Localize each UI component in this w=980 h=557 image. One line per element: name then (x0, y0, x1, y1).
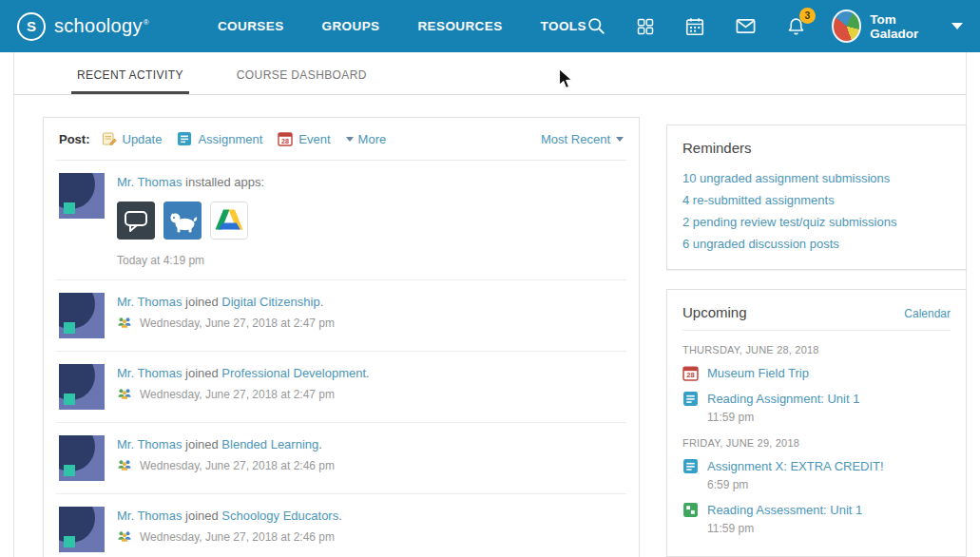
caret-down-icon (616, 137, 624, 142)
nav-item-tools[interactable]: TOOLS (541, 19, 586, 33)
feed-item-installed-apps: Mr. Thomas installed apps: (56, 161, 626, 280)
group-avatar-thumbnail[interactable] (59, 293, 105, 338)
group-link[interactable]: Schoology Educators (221, 509, 338, 523)
feed-meta: Wednesday, June 27, 2018 at 2:46 pm (117, 458, 624, 472)
navbar-icon-group: 3 (586, 15, 806, 37)
user-name: Tom Galador (870, 12, 939, 41)
group-link[interactable]: Blended Learning (221, 437, 318, 451)
group-members-icon (117, 529, 133, 544)
event-link[interactable]: Assignment X: EXTRA CREDIT! (707, 459, 884, 473)
group-avatar-thumbnail[interactable] (59, 364, 105, 410)
chat-app-icon[interactable] (117, 202, 155, 240)
sentence-period: . (366, 366, 370, 380)
tab-recent-activity[interactable]: RECENT ACTIVITY (71, 52, 189, 94)
messages-icon[interactable] (735, 15, 757, 37)
top-navbar: S schoology® COURSES GROUPS RESOURCES TO… (0, 0, 980, 52)
feed-meta: Wednesday, June 27, 2018 at 2:46 pm (117, 529, 624, 544)
notification-badge: 3 (799, 8, 816, 24)
schoology-logo[interactable]: S schoology® (17, 12, 149, 41)
registered-mark: ® (144, 18, 149, 27)
nav-item-groups[interactable]: GROUPS (322, 19, 380, 33)
feed-meta: Wednesday, June 27, 2018 at 2:47 pm (117, 316, 624, 330)
event-link[interactable]: Reading Assignment: Unit 1 (707, 392, 859, 406)
upcoming-header: Upcoming Calendar (682, 304, 951, 331)
event-icon: 28 (278, 131, 294, 146)
tab-bar: RECENT ACTIVITY COURSE DASHBOARD (14, 52, 966, 95)
upcoming-date-header: THURSDAY, JUNE 28, 2018 (682, 344, 951, 355)
user-link[interactable]: Mr. Thomas (117, 509, 182, 523)
user-menu[interactable]: Tom Galador (832, 10, 963, 43)
feed-item-joined: Mr. Thomas joined Professional Developme… (56, 352, 626, 423)
calendar-link[interactable]: Calendar (904, 307, 951, 320)
user-link[interactable]: Mr. Thomas (117, 175, 182, 189)
feed-timestamp: Wednesday, June 27, 2018 at 2:46 pm (140, 459, 335, 472)
event-time: 6:59 pm (707, 478, 951, 491)
event-icon: 28 (682, 365, 699, 381)
tab-course-dashboard[interactable]: COURSE DASHBOARD (231, 52, 373, 94)
sentence-period: . (338, 509, 342, 523)
feed-text: Mr. Thomas joined Digital Citizenship. (117, 295, 624, 309)
event-label: Event (298, 132, 330, 146)
reminders-card: Reminders 10 ungraded assignment submiss… (666, 125, 967, 270)
installed-apps-row (117, 202, 624, 240)
event-link[interactable]: Reading Assessment: Unit 1 (707, 503, 862, 517)
reminder-link[interactable]: 10 ungraded assignment submissions (682, 167, 951, 189)
svg-text:28: 28 (686, 371, 694, 379)
event-link[interactable]: Museum Field Trip (707, 366, 809, 380)
dog-app-icon[interactable] (163, 202, 202, 240)
event-time: 11:59 pm (707, 411, 951, 424)
feed-timestamp: Wednesday, June 27, 2018 at 2:47 pm (140, 388, 335, 401)
assignment-icon (682, 391, 699, 407)
feed-verb: joined (185, 509, 219, 523)
feed-timestamp: Today at 4:19 pm (117, 254, 624, 267)
user-link[interactable]: Mr. Thomas (117, 437, 182, 451)
sort-label: Most Recent (541, 132, 610, 146)
feed-text: Mr. Thomas joined Schoology Educators. (117, 509, 624, 523)
post-assignment-button[interactable]: Assignment (177, 131, 262, 146)
schoology-logo-icon: S (17, 12, 46, 41)
feed-timestamp: Wednesday, June 27, 2018 at 2:47 pm (140, 317, 335, 330)
user-link[interactable]: Mr. Thomas (117, 295, 182, 309)
page-content: RECENT ACTIVITY COURSE DASHBOARD Post: U… (13, 52, 967, 557)
group-avatar-thumbnail[interactable] (59, 435, 105, 481)
post-composer: Post: Update Assignment 28 (56, 118, 626, 161)
nav-item-resources[interactable]: RESOURCES (417, 19, 502, 33)
reminder-link[interactable]: 6 ungraded discussion posts (682, 233, 951, 255)
main-area: Post: Update Assignment 28 (14, 95, 966, 557)
apps-grid-icon[interactable] (636, 17, 655, 36)
upcoming-event: Reading Assessment: Unit 1 11:59 pm (682, 498, 951, 535)
feed-meta: Wednesday, June 27, 2018 at 2:47 pm (117, 387, 624, 401)
chevron-down-icon (951, 23, 963, 29)
sentence-period: . (320, 295, 324, 309)
feed-item-joined: Mr. Thomas joined Blended Learning. Wedn… (56, 423, 626, 494)
feed-verb: joined (185, 295, 219, 309)
user-avatar-thumbnail[interactable] (59, 173, 105, 219)
feed-verb: joined (185, 366, 219, 380)
event-time: 11:59 pm (707, 522, 951, 535)
post-more-button[interactable]: More (346, 132, 387, 146)
sort-dropdown[interactable]: Most Recent (541, 132, 624, 146)
feed-action-text: installed apps: (185, 175, 264, 189)
reminder-link[interactable]: 4 re-submitted assignments (682, 189, 951, 211)
post-label: Post: (59, 132, 90, 146)
post-event-button[interactable]: 28 Event (278, 131, 330, 146)
primary-nav: COURSES GROUPS RESOURCES TOOLS (218, 19, 586, 33)
post-update-button[interactable]: Update (102, 131, 163, 146)
feed-item-joined: Mr. Thomas joined Digital Citizenship. W… (56, 280, 626, 352)
calendar-icon[interactable] (684, 16, 705, 37)
assignment-icon (682, 458, 699, 474)
update-icon (102, 131, 118, 146)
group-link[interactable]: Professional Development (221, 366, 366, 380)
group-link[interactable]: Digital Citizenship (221, 295, 319, 309)
notifications-bell-icon[interactable]: 3 (786, 16, 806, 37)
nav-item-courses[interactable]: COURSES (218, 19, 284, 33)
reminders-list: 10 ungraded assignment submissions 4 re-… (682, 167, 951, 255)
reminder-link[interactable]: 2 pending review test/quiz submissions (682, 211, 951, 233)
user-link[interactable]: Mr. Thomas (117, 366, 182, 380)
upcoming-event: Assignment X: EXTRA CREDIT! 6:59 pm (682, 454, 951, 491)
google-drive-icon[interactable] (210, 202, 248, 240)
group-avatar-thumbnail[interactable] (59, 507, 105, 552)
assessment-icon (682, 502, 699, 518)
search-icon[interactable] (586, 16, 606, 36)
activity-feed-card: Post: Update Assignment 28 (43, 117, 640, 557)
